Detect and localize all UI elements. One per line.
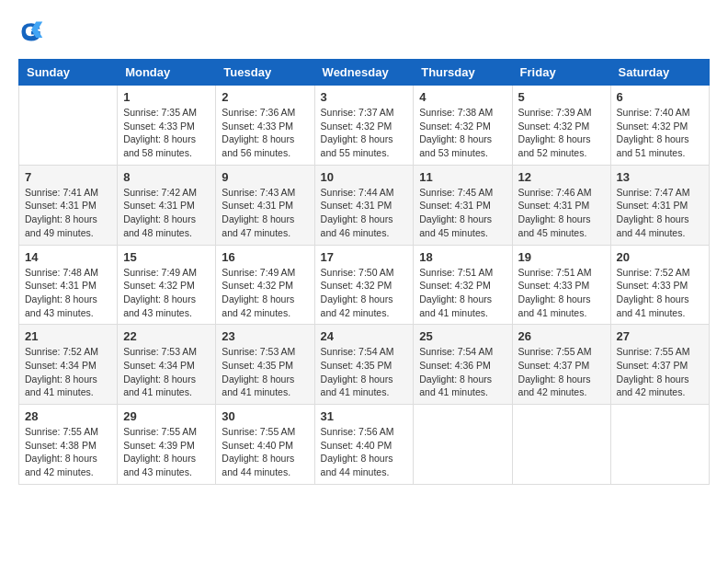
day-info: Sunrise: 7:41 AM Sunset: 4:31 PM Dayligh… — [25, 186, 111, 240]
day-cell: 14Sunrise: 7:48 AM Sunset: 4:31 PM Dayli… — [19, 245, 118, 325]
week-row-1: 1Sunrise: 7:35 AM Sunset: 4:33 PM Daylig… — [19, 86, 710, 166]
day-cell: 11Sunrise: 7:45 AM Sunset: 4:31 PM Dayli… — [414, 165, 512, 245]
day-number: 13 — [617, 170, 703, 184]
day-cell: 19Sunrise: 7:51 AM Sunset: 4:33 PM Dayli… — [512, 245, 610, 325]
day-cell: 13Sunrise: 7:47 AM Sunset: 4:31 PM Dayli… — [610, 165, 709, 245]
day-info: Sunrise: 7:51 AM Sunset: 4:33 PM Dayligh… — [518, 266, 605, 320]
day-cell: 22Sunrise: 7:53 AM Sunset: 4:34 PM Dayli… — [118, 325, 216, 405]
day-info: Sunrise: 7:49 AM Sunset: 4:32 PM Dayligh… — [222, 266, 308, 320]
day-number: 7 — [25, 170, 111, 184]
day-number: 14 — [25, 250, 111, 264]
day-cell: 1Sunrise: 7:35 AM Sunset: 4:33 PM Daylig… — [118, 86, 216, 166]
day-info: Sunrise: 7:55 AM Sunset: 4:38 PM Dayligh… — [25, 425, 111, 479]
week-row-5: 28Sunrise: 7:55 AM Sunset: 4:38 PM Dayli… — [19, 405, 710, 485]
day-number: 23 — [222, 329, 308, 343]
day-cell: 21Sunrise: 7:52 AM Sunset: 4:34 PM Dayli… — [19, 325, 118, 405]
day-number: 11 — [419, 170, 506, 184]
column-header-wednesday: Wednesday — [314, 60, 414, 86]
week-row-2: 7Sunrise: 7:41 AM Sunset: 4:31 PM Daylig… — [19, 165, 710, 245]
day-info: Sunrise: 7:47 AM Sunset: 4:31 PM Dayligh… — [617, 186, 703, 240]
day-cell: 29Sunrise: 7:55 AM Sunset: 4:39 PM Dayli… — [118, 405, 216, 485]
day-info: Sunrise: 7:37 AM Sunset: 4:32 PM Dayligh… — [321, 106, 408, 160]
day-info: Sunrise: 7:46 AM Sunset: 4:31 PM Dayligh… — [518, 186, 605, 240]
day-info: Sunrise: 7:39 AM Sunset: 4:32 PM Dayligh… — [518, 106, 605, 160]
day-cell: 8Sunrise: 7:42 AM Sunset: 4:31 PM Daylig… — [118, 165, 216, 245]
week-row-4: 21Sunrise: 7:52 AM Sunset: 4:34 PM Dayli… — [19, 325, 710, 405]
day-number: 6 — [617, 90, 703, 104]
day-cell: 6Sunrise: 7:40 AM Sunset: 4:32 PM Daylig… — [610, 86, 709, 166]
day-cell: 16Sunrise: 7:49 AM Sunset: 4:32 PM Dayli… — [216, 245, 314, 325]
day-info: Sunrise: 7:50 AM Sunset: 4:32 PM Dayligh… — [321, 266, 408, 320]
day-cell: 23Sunrise: 7:53 AM Sunset: 4:35 PM Dayli… — [216, 325, 314, 405]
day-cell: 27Sunrise: 7:55 AM Sunset: 4:37 PM Dayli… — [610, 325, 709, 405]
day-number: 28 — [25, 409, 111, 423]
day-info: Sunrise: 7:38 AM Sunset: 4:32 PM Dayligh… — [419, 106, 506, 160]
column-header-monday: Monday — [118, 60, 216, 86]
day-cell: 10Sunrise: 7:44 AM Sunset: 4:31 PM Dayli… — [314, 165, 414, 245]
day-info: Sunrise: 7:35 AM Sunset: 4:33 PM Dayligh… — [123, 106, 210, 160]
logo — [18, 18, 48, 44]
day-info: Sunrise: 7:55 AM Sunset: 4:37 PM Dayligh… — [518, 345, 605, 399]
day-info: Sunrise: 7:42 AM Sunset: 4:31 PM Dayligh… — [123, 186, 210, 240]
column-header-tuesday: Tuesday — [216, 60, 314, 86]
day-number: 10 — [321, 170, 408, 184]
week-row-3: 14Sunrise: 7:48 AM Sunset: 4:31 PM Dayli… — [19, 245, 710, 325]
day-number: 19 — [518, 250, 605, 264]
day-number: 25 — [419, 329, 506, 343]
day-info: Sunrise: 7:40 AM Sunset: 4:32 PM Dayligh… — [617, 106, 703, 160]
day-number: 4 — [419, 90, 506, 104]
day-cell — [414, 405, 512, 485]
day-cell: 15Sunrise: 7:49 AM Sunset: 4:32 PM Dayli… — [118, 245, 216, 325]
day-info: Sunrise: 7:43 AM Sunset: 4:31 PM Dayligh… — [222, 186, 308, 240]
day-cell: 18Sunrise: 7:51 AM Sunset: 4:32 PM Dayli… — [414, 245, 512, 325]
day-info: Sunrise: 7:55 AM Sunset: 4:37 PM Dayligh… — [617, 345, 703, 399]
day-cell: 5Sunrise: 7:39 AM Sunset: 4:32 PM Daylig… — [512, 86, 610, 166]
day-number: 18 — [419, 250, 506, 264]
day-info: Sunrise: 7:52 AM Sunset: 4:33 PM Dayligh… — [617, 266, 703, 320]
column-header-friday: Friday — [512, 60, 610, 86]
day-number: 5 — [518, 90, 605, 104]
day-number: 30 — [222, 409, 308, 423]
logo-icon — [18, 18, 44, 44]
day-number: 26 — [518, 329, 605, 343]
day-number: 21 — [25, 329, 111, 343]
day-number: 29 — [123, 409, 210, 423]
day-info: Sunrise: 7:49 AM Sunset: 4:32 PM Dayligh… — [123, 266, 210, 320]
page-header — [18, 18, 710, 44]
day-number: 1 — [123, 90, 210, 104]
day-info: Sunrise: 7:45 AM Sunset: 4:31 PM Dayligh… — [419, 186, 506, 240]
day-cell: 7Sunrise: 7:41 AM Sunset: 4:31 PM Daylig… — [19, 165, 118, 245]
day-cell: 31Sunrise: 7:56 AM Sunset: 4:40 PM Dayli… — [314, 405, 414, 485]
day-number: 27 — [617, 329, 703, 343]
day-cell — [512, 405, 610, 485]
day-cell — [19, 86, 118, 166]
day-cell: 28Sunrise: 7:55 AM Sunset: 4:38 PM Dayli… — [19, 405, 118, 485]
day-number: 17 — [321, 250, 408, 264]
day-number: 31 — [321, 409, 408, 423]
day-cell: 9Sunrise: 7:43 AM Sunset: 4:31 PM Daylig… — [216, 165, 314, 245]
day-number: 24 — [321, 329, 408, 343]
day-cell: 3Sunrise: 7:37 AM Sunset: 4:32 PM Daylig… — [314, 86, 414, 166]
day-cell: 25Sunrise: 7:54 AM Sunset: 4:36 PM Dayli… — [414, 325, 512, 405]
day-cell: 30Sunrise: 7:55 AM Sunset: 4:40 PM Dayli… — [216, 405, 314, 485]
day-number: 16 — [222, 250, 308, 264]
day-number: 15 — [123, 250, 210, 264]
day-cell: 4Sunrise: 7:38 AM Sunset: 4:32 PM Daylig… — [414, 86, 512, 166]
day-cell: 12Sunrise: 7:46 AM Sunset: 4:31 PM Dayli… — [512, 165, 610, 245]
day-info: Sunrise: 7:55 AM Sunset: 4:39 PM Dayligh… — [123, 425, 210, 479]
day-cell: 20Sunrise: 7:52 AM Sunset: 4:33 PM Dayli… — [610, 245, 709, 325]
day-cell: 24Sunrise: 7:54 AM Sunset: 4:35 PM Dayli… — [314, 325, 414, 405]
day-info: Sunrise: 7:53 AM Sunset: 4:34 PM Dayligh… — [123, 345, 210, 399]
column-header-saturday: Saturday — [610, 60, 709, 86]
day-number: 3 — [321, 90, 408, 104]
calendar-table: SundayMondayTuesdayWednesdayThursdayFrid… — [18, 59, 710, 485]
day-info: Sunrise: 7:48 AM Sunset: 4:31 PM Dayligh… — [25, 266, 111, 320]
day-info: Sunrise: 7:56 AM Sunset: 4:40 PM Dayligh… — [321, 425, 408, 479]
day-cell: 26Sunrise: 7:55 AM Sunset: 4:37 PM Dayli… — [512, 325, 610, 405]
day-info: Sunrise: 7:52 AM Sunset: 4:34 PM Dayligh… — [25, 345, 111, 399]
day-number: 9 — [222, 170, 308, 184]
day-number: 22 — [123, 329, 210, 343]
day-info: Sunrise: 7:54 AM Sunset: 4:35 PM Dayligh… — [321, 345, 408, 399]
day-number: 8 — [123, 170, 210, 184]
day-info: Sunrise: 7:51 AM Sunset: 4:32 PM Dayligh… — [419, 266, 506, 320]
